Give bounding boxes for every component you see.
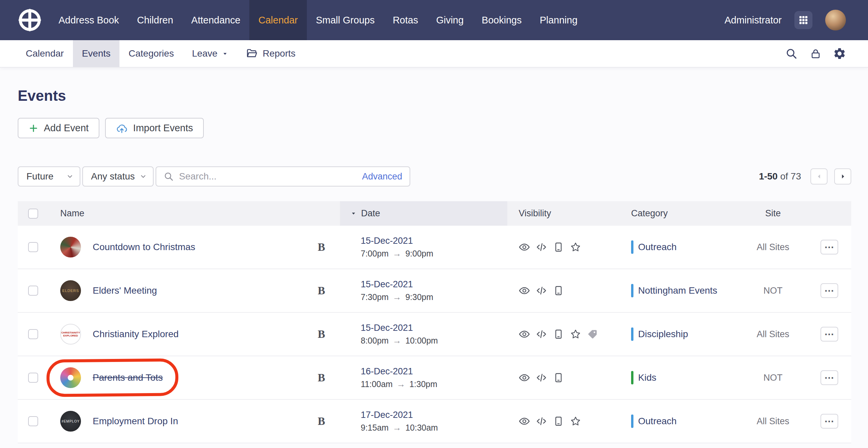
event-date-link[interactable]: 15-Dec-2021 (361, 279, 507, 290)
topnav-item-attendance[interactable]: Attendance (182, 0, 250, 40)
site-label: All Sites (730, 416, 816, 426)
row-actions-button[interactable]: … (820, 240, 838, 255)
top-nav: Address Book Children Attendance Calenda… (0, 0, 868, 40)
star-icon (570, 241, 581, 253)
subnav-tab-events-label: Events (82, 48, 111, 59)
subnav-actions (782, 40, 849, 67)
topnav-right: Administrator (724, 0, 868, 40)
pagination-total: of 73 (780, 171, 801, 181)
event-date-cell: 15-Dec-2021 8:00pm → 10:00pm (340, 323, 507, 346)
arrow-right-icon: → (393, 335, 401, 346)
column-header-date-label: Date (361, 208, 380, 219)
chevron-down-icon (222, 51, 228, 57)
event-date-link[interactable]: 15-Dec-2021 (361, 323, 507, 333)
topnav-item-small-groups[interactable]: Small Groups (307, 0, 384, 40)
event-date-link[interactable]: 17-Dec-2021 (361, 410, 507, 420)
status-filter-select[interactable]: Any status (82, 167, 154, 186)
table-header: Name Date Visibility Category Site (18, 201, 851, 226)
keypad-button[interactable] (795, 11, 812, 29)
visibility-cell (507, 328, 622, 340)
subnav-tab-events[interactable]: Events (73, 40, 120, 67)
row-actions-cell: … (816, 414, 851, 428)
add-event-button[interactable]: Add Event (18, 118, 99, 138)
subnav-tab-categories[interactable]: Categories (120, 40, 183, 67)
column-header-date[interactable]: Date (340, 201, 507, 226)
gear-icon (833, 47, 846, 60)
page-title: Events (18, 87, 851, 104)
site-label: All Sites (730, 242, 816, 252)
topnav-item-bookings[interactable]: Bookings (473, 0, 531, 40)
pagination: 1-50 of 73 (759, 169, 851, 184)
event-start-time: 11:00am (361, 379, 393, 389)
topnav-item-rotas[interactable]: Rotas (384, 0, 427, 40)
row-actions-button[interactable]: … (820, 283, 838, 298)
column-header-name[interactable]: Name (60, 208, 303, 219)
arrow-right-icon: → (393, 423, 401, 433)
column-header-visibility[interactable]: Visibility (507, 208, 622, 219)
event-name-link[interactable]: Elders' Meeting (93, 285, 157, 296)
topnav-item-calendar[interactable]: Calendar (249, 0, 307, 40)
row-actions-cell: … (816, 370, 851, 385)
row-checkbox[interactable] (28, 329, 38, 339)
event-date-link[interactable]: 15-Dec-2021 (361, 236, 507, 246)
bookings-badge: B (303, 372, 340, 384)
search-button[interactable] (782, 44, 801, 63)
topnav-item-planning[interactable]: Planning (531, 0, 587, 40)
event-avatar-text: ELDERS (62, 289, 79, 293)
module-sub-nav: Calendar Events Categories Leave Reports (0, 40, 868, 68)
category-color-bar (631, 327, 633, 341)
table-row-3: CHRISTIANITY EXPLORED Christianity Explo… (18, 313, 851, 356)
topnav-item-children[interactable]: Children (128, 0, 182, 40)
subnav-tab-calendar[interactable]: Calendar (17, 40, 73, 67)
row-checkbox[interactable] (28, 416, 38, 426)
category-cell: Nottingham Events (622, 284, 730, 297)
arrow-right-icon: → (393, 292, 401, 302)
subnav-tab-leave[interactable]: Leave (183, 40, 237, 67)
event-date-link[interactable]: 16-Dec-2021 (361, 366, 507, 377)
category-label: Outreach (638, 242, 677, 252)
search-input[interactable] (179, 171, 357, 182)
category-label: Outreach (638, 416, 677, 426)
site-label: NOT (730, 373, 816, 383)
next-page-button[interactable] (834, 169, 851, 184)
column-header-category[interactable]: Category (622, 208, 730, 219)
row-checkbox[interactable] (28, 373, 38, 383)
eye-icon (519, 416, 530, 427)
lock-button[interactable] (806, 44, 825, 63)
event-name-link[interactable]: Parents and Tots (93, 372, 163, 383)
settings-button[interactable] (830, 44, 849, 63)
import-events-button[interactable]: Import Events (105, 118, 204, 138)
prev-page-button[interactable] (810, 169, 828, 184)
row-checkbox-cell (18, 286, 60, 296)
row-actions-button[interactable]: … (820, 327, 838, 341)
events-table: Name Date Visibility Category Site Count… (18, 201, 851, 443)
event-avatar: ELDERS (60, 280, 81, 301)
subnav-tab-reports[interactable]: Reports (237, 40, 305, 67)
advanced-search-link[interactable]: Advanced (362, 172, 402, 182)
caret-left-icon (815, 173, 823, 180)
row-checkbox[interactable] (28, 286, 38, 296)
category-cell: Outreach (622, 240, 730, 254)
table-row-5: #EMPLOY Employment Drop In B 17-Dec-2021… (18, 400, 851, 443)
time-filter-select[interactable]: Future (18, 167, 80, 186)
topnav-item-address-book[interactable]: Address Book (50, 0, 128, 40)
device-icon (553, 416, 564, 427)
row-checkbox[interactable] (28, 242, 38, 252)
event-name-link[interactable]: Countdown to Christmas (93, 242, 195, 252)
app-logo[interactable] (18, 0, 42, 40)
column-header-site[interactable]: Site (730, 208, 816, 219)
pagination-range: 1-50 (759, 171, 778, 181)
event-name-cell: Countdown to Christmas (60, 237, 303, 258)
search-icon (164, 172, 174, 181)
event-name-link[interactable]: Employment Drop In (93, 416, 178, 426)
topnav-item-giving[interactable]: Giving (427, 0, 472, 40)
user-avatar[interactable] (825, 10, 846, 30)
event-start-time: 7:00pm (361, 249, 389, 259)
eye-icon (519, 372, 530, 383)
event-name-link[interactable]: Christianity Explored (93, 329, 179, 339)
main-content: Events Add Event Import Events Future An… (0, 68, 868, 443)
row-actions-button[interactable]: … (820, 414, 838, 428)
app-logo-icon (18, 8, 42, 32)
select-all-checkbox[interactable] (28, 209, 38, 219)
row-actions-button[interactable]: … (820, 370, 838, 385)
